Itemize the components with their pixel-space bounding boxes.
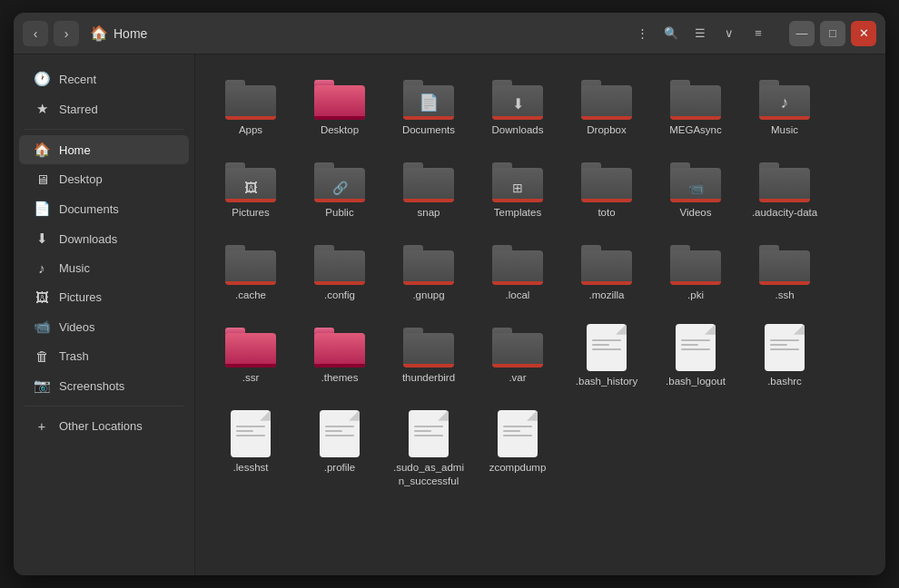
view-toggle-button[interactable]: ∨ (716, 21, 742, 46)
pictures-icon: 🖼 (34, 289, 50, 305)
folder-icon-cache (225, 241, 276, 285)
folder-icon-toto (581, 159, 632, 202)
sidebar-item-videos[interactable]: 📹 Videos (19, 312, 189, 341)
folder-icon-documents: 📄 (403, 76, 454, 120)
folder-icon-gnupg (403, 241, 454, 285)
file-label-public: Public (325, 206, 353, 220)
sidebar-item-pictures[interactable]: 🖼 Pictures (19, 283, 189, 311)
sidebar-label-desktop: Desktop (59, 172, 103, 186)
file-label-audacity: .audacity-data (752, 206, 817, 220)
sidebar-item-desktop[interactable]: 🖥 Desktop (19, 165, 189, 193)
file-item-local[interactable]: .local (477, 234, 558, 309)
file-label-config: .config (324, 289, 355, 302)
pictures-inner-icon: 🖼 (244, 180, 258, 195)
file-item-lesshst[interactable]: .lesshst (210, 403, 291, 495)
folder-icon-public: 🔗 (314, 159, 365, 202)
file-label-cache: .cache (235, 289, 266, 302)
file-item-audacity[interactable]: .audacity-data (744, 152, 825, 227)
file-label-ssr: .ssr (242, 371, 260, 385)
file-item-profile[interactable]: .profile (299, 403, 380, 495)
sidebar-item-trash[interactable]: 🗑 Trash (19, 342, 189, 370)
doc-icon-bash-logout (676, 324, 716, 371)
back-button[interactable]: ‹ (23, 21, 48, 46)
screenshots-icon: 📷 (34, 377, 50, 394)
file-label-profile: .profile (324, 461, 356, 475)
sidebar-label-screenshots: Screenshots (59, 379, 124, 393)
view-icon-button[interactable]: ☰ (687, 21, 713, 46)
current-folder-label: Home (114, 26, 147, 41)
file-item-desktop[interactable]: Desktop (299, 69, 380, 144)
sidebar-divider-2 (25, 406, 183, 407)
sidebar-item-screenshots[interactable]: 📷 Screenshots (19, 371, 189, 400)
file-item-dropbox[interactable]: Dropbox (566, 69, 647, 144)
desktop-icon: 🖥 (34, 172, 50, 187)
file-item-pki[interactable]: .pki (655, 234, 736, 309)
maximize-button[interactable]: □ (820, 21, 845, 46)
file-item-gnupg[interactable]: .gnupg (388, 234, 469, 309)
file-item-config[interactable]: .config (299, 234, 380, 309)
file-label-zcompdump: zcompdump (489, 461, 547, 475)
sidebar-item-home[interactable]: 🏠 Home (19, 135, 189, 164)
sidebar-label-videos: Videos (59, 320, 95, 334)
doc-icon-zcompdump (498, 410, 538, 457)
file-item-documents[interactable]: 📄 Documents (388, 69, 469, 144)
sidebar-label-pictures: Pictures (59, 290, 102, 304)
file-label-mozilla: .mozilla (589, 289, 625, 302)
doc-icon-profile (320, 410, 360, 457)
list-view-button[interactable]: ≡ (746, 21, 771, 46)
file-label-desktop: Desktop (321, 123, 359, 137)
folder-icon-downloads: ⬇ (492, 76, 543, 120)
menu-button[interactable]: ⋮ (629, 21, 655, 46)
file-item-apps[interactable]: Apps (210, 69, 291, 144)
file-item-themes[interactable]: .themes (299, 317, 380, 396)
file-item-videos[interactable]: 📹 Videos (655, 152, 736, 227)
sidebar-label-documents: Documents (59, 202, 119, 216)
sidebar-item-downloads[interactable]: ⬇ Downloads (19, 224, 189, 253)
home-sidebar-icon: 🏠 (34, 142, 50, 158)
close-button[interactable]: ✕ (851, 21, 876, 46)
forward-button[interactable]: › (54, 21, 79, 46)
videos-inner-icon: 📹 (688, 181, 704, 195)
file-item-bashrc[interactable]: .bashrc (744, 317, 825, 396)
file-item-ssr[interactable]: .ssr (210, 317, 291, 396)
file-label-toto: toto (598, 206, 615, 220)
file-item-snap[interactable]: snap (388, 152, 469, 227)
file-label-megasync: MEGAsync (669, 123, 722, 137)
trash-icon: 🗑 (34, 348, 50, 364)
file-item-megasync[interactable]: MEGAsync (655, 69, 736, 144)
file-item-downloads[interactable]: ⬇ Downloads (477, 69, 558, 144)
file-item-cache[interactable]: .cache (210, 234, 291, 309)
file-label-bash-logout: .bash_logout (666, 375, 726, 388)
file-item-sudo[interactable]: .sudo_as_admin_successful (388, 403, 469, 495)
file-item-bash-history[interactable]: .bash_history (566, 317, 647, 396)
file-label-local: .local (506, 289, 530, 302)
file-item-thunderbird[interactable]: thunderbird (388, 317, 469, 396)
file-item-zcompdump[interactable]: zcompdump (477, 403, 558, 495)
sidebar-item-recent[interactable]: 🕐 Recent (19, 64, 189, 93)
file-item-toto[interactable]: toto (566, 152, 647, 227)
file-label-thunderbird: thunderbird (402, 371, 455, 385)
file-item-music[interactable]: ♪ Music (744, 69, 825, 144)
file-item-ssh[interactable]: .ssh (744, 234, 825, 309)
sidebar-item-documents[interactable]: 📄 Documents (19, 194, 189, 223)
file-item-templates[interactable]: ⊞ Templates (477, 152, 558, 227)
file-item-var[interactable]: .var (477, 317, 558, 396)
folder-icon-templates: ⊞ (492, 159, 543, 202)
search-button[interactable]: 🔍 (658, 21, 684, 46)
home-icon: 🏠 (90, 24, 108, 42)
sidebar-item-starred[interactable]: ★ Starred (19, 94, 189, 123)
file-label-music: Music (771, 123, 798, 137)
file-label-templates: Templates (494, 206, 541, 220)
file-label-themes: .themes (321, 371, 359, 385)
file-item-pictures[interactable]: 🖼 Pictures (210, 152, 291, 227)
file-item-bash-logout[interactable]: .bash_logout (655, 317, 736, 396)
minimize-button[interactable]: — (789, 21, 815, 46)
folder-icon-apps (225, 76, 276, 120)
folder-icon-thunderbird (403, 324, 454, 368)
file-item-mozilla[interactable]: .mozilla (566, 234, 647, 309)
file-item-public[interactable]: 🔗 Public (299, 152, 380, 227)
sidebar-item-other[interactable]: + Other Locations (19, 412, 189, 440)
sidebar-label-trash: Trash (59, 349, 89, 363)
sidebar-item-music[interactable]: ♪ Music (19, 254, 189, 282)
sidebar-divider-1 (25, 129, 183, 130)
